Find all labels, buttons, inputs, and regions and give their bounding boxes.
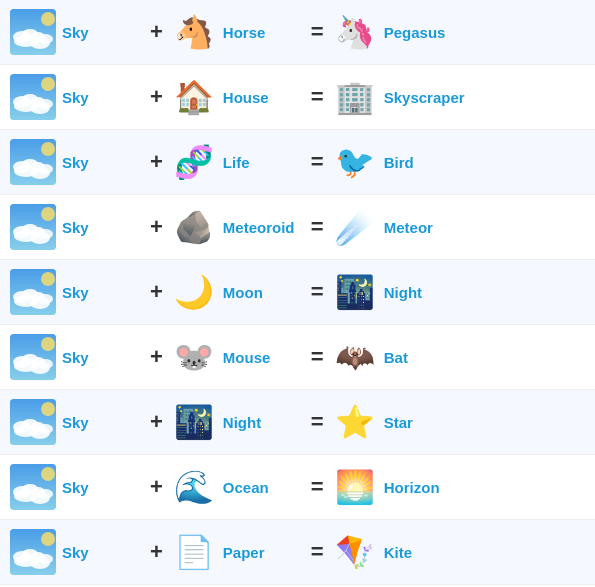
result-name-sky-moon: Night [384, 284, 464, 301]
result-name-sky-mouse: Bat [384, 349, 464, 366]
ingredient2-name-sky-meteoroid: Meteoroid [223, 219, 303, 236]
equals-operator-sky-night: = [311, 409, 324, 435]
result-sky-meteoroid: ☄️ Meteor [332, 204, 464, 250]
ingredient2-icon-sky-house: 🏠 [171, 74, 217, 120]
svg-point-46 [30, 362, 50, 374]
svg-point-14 [30, 102, 50, 114]
result-sky-ocean: 🌅 Horizon [332, 464, 464, 510]
sky-icon-sky-meteoroid [10, 204, 56, 250]
result-name-sky-night: Star [384, 414, 464, 431]
equals-operator-sky-ocean: = [311, 474, 324, 500]
svg-point-22 [30, 167, 50, 179]
svg-point-31 [41, 207, 55, 221]
svg-point-7 [41, 12, 55, 26]
ingredient2-sky-mouse: 🐭 Mouse [171, 334, 303, 380]
result-icon-sky-night: ⭐ [332, 399, 378, 445]
result-icon-sky-ocean: 🌅 [332, 464, 378, 510]
result-sky-moon: 🌃 Night [332, 269, 464, 315]
result-icon-sky-meteoroid: ☄️ [332, 204, 378, 250]
recipe-row-sky-house: Sky + 🏠 House = 🏢 Skyscraper [0, 65, 595, 130]
ingredient2-name-sky-house: House [223, 89, 303, 106]
result-sky-night: ⭐ Star [332, 399, 464, 445]
sky-icon-sky-night [10, 399, 56, 445]
result-icon-sky-mouse: 🦇 [332, 334, 378, 380]
ingredient2-name-sky-mouse: Mouse [223, 349, 303, 366]
result-sky-house: 🏢 Skyscraper [332, 74, 465, 120]
plus-operator-sky-night: + [150, 409, 163, 435]
ingredient2-icon-sky-moon: 🌙 [171, 269, 217, 315]
ingredient2-sky-moon: 🌙 Moon [171, 269, 303, 315]
recipe-row-sky-life: Sky + 🧬 Life = 🐦 Bird [0, 130, 595, 195]
result-name-sky-horse: Pegasus [384, 24, 464, 41]
recipe-row-sky-mouse: Sky + 🐭 Mouse = 🦇 Bat [0, 325, 595, 390]
result-name-sky-meteoroid: Meteor [384, 219, 464, 236]
svg-point-63 [41, 467, 55, 481]
svg-point-71 [41, 532, 55, 546]
equals-operator-sky-meteoroid: = [311, 214, 324, 240]
result-sky-paper: 🪁 Kite [332, 529, 464, 575]
svg-point-55 [41, 402, 55, 416]
equals-operator-sky-mouse: = [311, 344, 324, 370]
plus-operator-sky-life: + [150, 149, 163, 175]
svg-point-30 [30, 232, 50, 244]
recipe-row-sky-night: Sky + 🌃 Night = ⭐ Star [0, 390, 595, 455]
sky-icon-sky-house [10, 74, 56, 120]
ingredient2-icon-sky-horse: 🐴 [171, 9, 217, 55]
sky-icon-sky-horse [10, 9, 56, 55]
ingredient1-sky-horse: Sky [10, 9, 142, 55]
ingredient2-name-sky-moon: Moon [223, 284, 303, 301]
ingredient1-name-sky-mouse: Sky [62, 349, 142, 366]
ingredient2-name-sky-paper: Paper [223, 544, 303, 561]
ingredient1-name-sky-paper: Sky [62, 544, 142, 561]
result-icon-sky-moon: 🌃 [332, 269, 378, 315]
plus-operator-sky-ocean: + [150, 474, 163, 500]
ingredient1-sky-life: Sky [10, 139, 142, 185]
ingredient2-sky-paper: 📄 Paper [171, 529, 303, 575]
ingredient1-name-sky-moon: Sky [62, 284, 142, 301]
ingredient2-sky-meteoroid: 🪨 Meteoroid [171, 204, 303, 250]
ingredient2-sky-horse: 🐴 Horse [171, 9, 303, 55]
sky-icon-sky-mouse [10, 334, 56, 380]
plus-operator-sky-house: + [150, 84, 163, 110]
ingredient2-sky-night: 🌃 Night [171, 399, 303, 445]
ingredient2-name-sky-night: Night [223, 414, 303, 431]
ingredient1-name-sky-horse: Sky [62, 24, 142, 41]
ingredient1-name-sky-ocean: Sky [62, 479, 142, 496]
ingredient2-icon-sky-life: 🧬 [171, 139, 217, 185]
equals-operator-sky-paper: = [311, 539, 324, 565]
ingredient2-sky-ocean: 🌊 Ocean [171, 464, 303, 510]
equals-operator-sky-life: = [311, 149, 324, 175]
result-sky-mouse: 🦇 Bat [332, 334, 464, 380]
ingredient2-name-sky-horse: Horse [223, 24, 303, 41]
ingredient2-icon-sky-mouse: 🐭 [171, 334, 217, 380]
svg-point-39 [41, 272, 55, 286]
recipe-row-sky-paper: Sky + 📄 Paper = 🪁 Kite [0, 520, 595, 585]
equals-operator-sky-moon: = [311, 279, 324, 305]
svg-point-54 [30, 427, 50, 439]
result-icon-sky-paper: 🪁 [332, 529, 378, 575]
result-icon-sky-house: 🏢 [332, 74, 378, 120]
sky-icon-sky-paper [10, 529, 56, 575]
ingredient1-sky-paper: Sky [10, 529, 142, 575]
svg-point-6 [30, 37, 50, 49]
plus-operator-sky-meteoroid: + [150, 214, 163, 240]
result-name-sky-life: Bird [384, 154, 464, 171]
ingredient2-icon-sky-night: 🌃 [171, 399, 217, 445]
svg-point-62 [30, 492, 50, 504]
ingredient2-sky-house: 🏠 House [171, 74, 303, 120]
ingredient2-name-sky-ocean: Ocean [223, 479, 303, 496]
svg-point-70 [30, 557, 50, 569]
ingredient1-name-sky-night: Sky [62, 414, 142, 431]
ingredient1-sky-house: Sky [10, 74, 142, 120]
recipe-list: Sky + 🐴 Horse = 🦄 Pegasus [0, 0, 595, 585]
equals-operator-sky-horse: = [311, 19, 324, 45]
ingredient1-sky-mouse: Sky [10, 334, 142, 380]
plus-operator-sky-paper: + [150, 539, 163, 565]
result-name-sky-paper: Kite [384, 544, 464, 561]
ingredient1-name-sky-meteoroid: Sky [62, 219, 142, 236]
equals-operator-sky-house: = [311, 84, 324, 110]
recipe-row-sky-meteoroid: Sky + 🪨 Meteoroid = ☄️ Meteor [0, 195, 595, 260]
ingredient1-sky-ocean: Sky [10, 464, 142, 510]
svg-point-15 [41, 77, 55, 91]
ingredient2-icon-sky-paper: 📄 [171, 529, 217, 575]
